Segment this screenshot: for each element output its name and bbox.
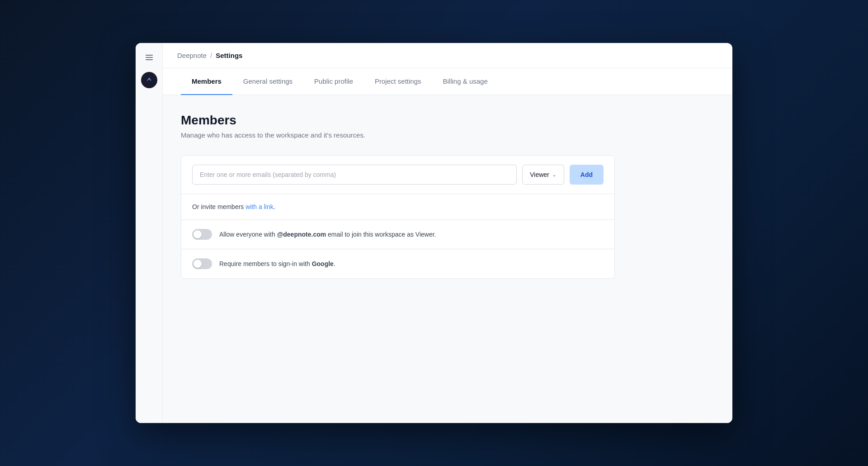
google-toggle-row: Require members to sign-in with Google. <box>181 249 614 278</box>
domain-toggle[interactable] <box>192 229 212 240</box>
members-page: Members Manage who has access to the wor… <box>163 95 633 297</box>
main-content: Deepnote / Settings Members General sett… <box>163 43 732 423</box>
google-provider-text: Google <box>312 260 334 267</box>
breadcrumb-separator: / <box>210 52 212 59</box>
invite-row: Viewer ⌄ Add <box>181 156 614 194</box>
role-selector-button[interactable]: Viewer ⌄ <box>522 165 564 185</box>
email-input[interactable] <box>192 165 517 185</box>
menu-toggle-button[interactable] <box>142 50 156 65</box>
tab-members[interactable]: Members <box>181 68 232 95</box>
role-label: Viewer <box>530 171 549 178</box>
tab-public-profile[interactable]: Public profile <box>303 68 364 95</box>
tab-bar: Members General settings Public profile … <box>163 68 732 95</box>
domain-toggle-row: Allow everyone with @deepnote.com email … <box>181 220 614 249</box>
breadcrumb-current: Settings <box>216 52 242 59</box>
add-member-button[interactable]: Add <box>570 165 604 185</box>
tab-general-settings[interactable]: General settings <box>232 68 303 95</box>
sidebar <box>136 43 163 423</box>
tab-project-settings[interactable]: Project settings <box>364 68 432 95</box>
svg-point-1 <box>148 78 150 80</box>
domain-toggle-label: Allow everyone with @deepnote.com email … <box>219 231 436 238</box>
link-invite-text-before: Or invite members <box>192 203 245 210</box>
invite-section: Viewer ⌄ Add Or invite members with a li… <box>181 155 615 279</box>
link-invite-text-after: . <box>274 203 275 210</box>
chevron-down-icon: ⌄ <box>552 171 557 178</box>
header: Deepnote / Settings <box>163 43 732 68</box>
google-toggle[interactable] <box>192 258 212 269</box>
google-toggle-label: Require members to sign-in with Google. <box>219 260 335 267</box>
content-area: Members General settings Public profile … <box>163 68 732 423</box>
page-title: Members <box>181 113 615 128</box>
page-subtitle: Manage who has access to the workspace a… <box>181 131 615 139</box>
svg-point-0 <box>144 75 154 85</box>
invite-link-button[interactable]: with a link <box>245 203 273 210</box>
tab-billing-usage[interactable]: Billing & usage <box>432 68 499 95</box>
breadcrumb-home[interactable]: Deepnote <box>177 52 207 59</box>
link-invite-row: Or invite members with a link. <box>181 194 614 220</box>
domain-text: @deepnote.com <box>277 231 326 238</box>
user-avatar[interactable] <box>141 72 157 88</box>
breadcrumb: Deepnote / Settings <box>177 52 242 59</box>
